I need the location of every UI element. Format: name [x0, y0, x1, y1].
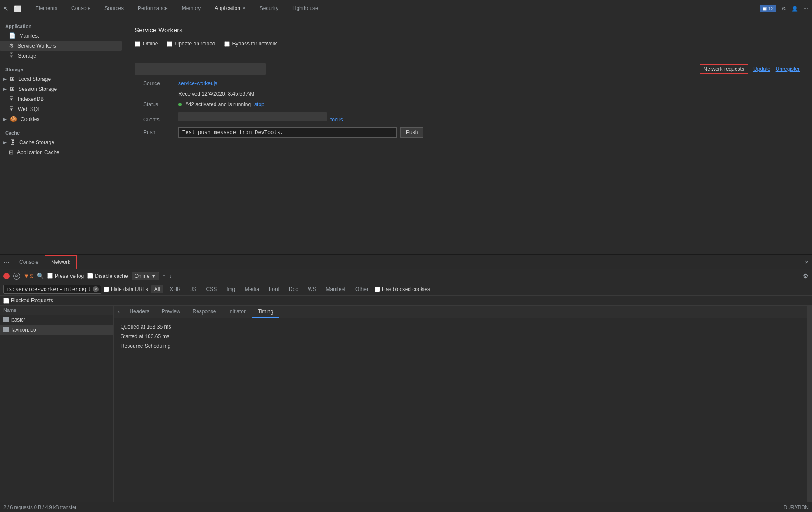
sidebar-item-cache-storage[interactable]: ▶ 🗄 Cache Storage	[0, 137, 122, 147]
tab-sources[interactable]: Sources	[97, 0, 131, 17]
focus-link[interactable]: focus	[330, 117, 343, 123]
app-cache-icon: ⊞	[9, 149, 14, 156]
sidebar-item-cookies[interactable]: ▶ 🍪 Cookies	[0, 114, 122, 124]
filter-xhr-button[interactable]: XHR	[166, 285, 184, 293]
clear-button[interactable]: ⊘	[13, 273, 20, 280]
sidebar-item-storage[interactable]: 🗄 Storage	[0, 51, 122, 61]
sidebar-item-indexeddb[interactable]: 🗄 IndexedDB	[0, 94, 122, 104]
more-options-icon[interactable]: ⋯	[803, 6, 809, 12]
service-workers-icon: ⚙	[9, 42, 14, 49]
search-icon[interactable]: 🔍	[37, 273, 44, 279]
panel-title: Service Workers	[135, 26, 800, 34]
sw-entry-header: Network requests Update Unregister	[135, 63, 800, 75]
sidebar-item-session-storage[interactable]: ▶ ⊞ Session Storage	[0, 84, 122, 94]
filter-img-button[interactable]: Img	[223, 285, 239, 293]
detail-tab-close-button[interactable]: ×	[114, 307, 123, 317]
stop-link[interactable]: stop	[254, 101, 264, 107]
update-on-reload-checkbox[interactable]	[167, 41, 172, 47]
tab-close-icon[interactable]: ×	[243, 6, 246, 10]
tab-lighthouse[interactable]: Lighthouse	[285, 0, 325, 17]
bottom-tab-console[interactable]: Console	[13, 255, 45, 269]
filter-doc-button[interactable]: Doc	[285, 285, 302, 293]
has-blocked-cookies-label[interactable]: Has blocked cookies	[375, 286, 430, 292]
sidebar-item-web-sql[interactable]: 🗄 Web SQL	[0, 104, 122, 114]
preserve-log-checkbox[interactable]	[47, 273, 53, 279]
update-on-reload-checkbox-label[interactable]: Update on reload	[167, 41, 215, 47]
update-button[interactable]: Update	[753, 66, 770, 72]
detail-tab-preview[interactable]: Preview	[156, 306, 187, 318]
network-row-basic[interactable]: basic/	[0, 315, 113, 325]
sidebar-item-local-storage[interactable]: ▶ ⊞ Local Storage	[0, 74, 122, 84]
sidebar-item-manifest[interactable]: 📄 Manifest	[0, 31, 122, 41]
detail-tab-timing[interactable]: Timing	[252, 306, 280, 318]
tab-elements[interactable]: Elements	[28, 0, 64, 17]
tab-performance[interactable]: Performance	[131, 0, 175, 17]
scrollbar-track[interactable]	[807, 306, 812, 502]
push-button[interactable]: Push	[400, 127, 423, 138]
network-row-favicon[interactable]: favicon.ico	[0, 325, 113, 335]
network-throttle-select[interactable]: Online ▼	[132, 272, 160, 280]
disable-cache-checkbox[interactable]	[87, 273, 93, 279]
sw-push-field: Push Push	[135, 127, 800, 138]
tab-application[interactable]: Application ×	[208, 0, 253, 17]
download-icon[interactable]: ↓	[169, 273, 172, 279]
push-row: Push	[178, 127, 423, 138]
has-blocked-cookies-checkbox[interactable]	[375, 287, 380, 292]
bottom-tab-network[interactable]: Network	[45, 255, 77, 269]
hide-data-urls-label[interactable]: Hide data URLs	[104, 286, 148, 292]
indexeddb-icon: 🗄	[9, 96, 14, 102]
offline-checkbox-label[interactable]: Offline	[135, 41, 158, 47]
close-bottom-panel-button[interactable]: ×	[805, 259, 809, 266]
filter-icon[interactable]: ▼⧖	[24, 273, 33, 280]
filter-input-text: is:service-worker-intercept	[6, 286, 91, 292]
tab-security[interactable]: Security	[253, 0, 285, 17]
sidebar-item-service-workers[interactable]: ⚙ Service Workers	[0, 41, 122, 51]
network-status-bar: 2 / 6 requests 0 B / 4.9 kB transfer DUR…	[0, 502, 812, 512]
arrow-icon: ▶	[3, 140, 7, 145]
blocked-requests-checkbox[interactable]	[3, 298, 9, 304]
tab-console[interactable]: Console	[64, 0, 97, 17]
duration-label: DURATION	[784, 505, 809, 510]
sidebar-item-app-cache[interactable]: ⊞ Application Cache	[0, 147, 122, 157]
filter-all-button[interactable]: All	[151, 285, 163, 293]
network-requests-button[interactable]: Network requests	[700, 64, 748, 74]
upload-icon[interactable]: ↑	[163, 273, 166, 279]
frame-badge[interactable]: ▣ 12	[760, 5, 776, 12]
bypass-network-checkbox-label[interactable]: Bypass for network	[224, 41, 277, 47]
network-list: Name basic/ favicon.ico	[0, 306, 114, 502]
sw-source-link[interactable]: service-worker.js	[178, 80, 217, 86]
filter-other-button[interactable]: Other	[352, 285, 372, 293]
bypass-network-checkbox[interactable]	[224, 41, 230, 47]
settings-icon[interactable]: ⚙	[781, 6, 786, 12]
detail-tab-response[interactable]: Response	[186, 306, 222, 318]
hide-data-urls-checkbox[interactable]	[104, 287, 109, 292]
filter-font-button[interactable]: Font	[265, 285, 283, 293]
detail-tab-initiator[interactable]: Initiator	[222, 306, 252, 318]
record-button[interactable]	[3, 273, 10, 279]
upper-panel: Application 📄 Manifest ⚙ Service Workers…	[0, 17, 812, 254]
network-settings-icon[interactable]: ⚙	[803, 273, 809, 280]
filter-ws-button[interactable]: WS	[304, 285, 319, 293]
detail-tab-headers[interactable]: Headers	[123, 306, 155, 318]
blocked-row: Blocked Requests	[0, 296, 812, 306]
filter-js-button[interactable]: JS	[187, 285, 200, 293]
blocked-requests-label[interactable]: Blocked Requests	[3, 298, 809, 304]
filter-bar: is:service-worker-intercept × Hide data …	[0, 283, 812, 296]
sidebar-section-application: Application	[0, 21, 122, 31]
cursor-icon[interactable]: ↖	[3, 5, 9, 12]
device-icon[interactable]: ⬜	[14, 5, 21, 12]
tab-memory[interactable]: Memory	[175, 0, 208, 17]
push-input[interactable]	[178, 127, 397, 138]
bottom-more-icon[interactable]: ⋯	[3, 259, 10, 266]
filter-manifest-button[interactable]: Manifest	[323, 285, 349, 293]
filter-css-button[interactable]: CSS	[203, 285, 221, 293]
profile-icon[interactable]: 👤	[791, 6, 798, 12]
disable-cache-label[interactable]: Disable cache	[87, 273, 128, 279]
status-dot	[178, 103, 182, 106]
filter-media-button[interactable]: Media	[241, 285, 263, 293]
offline-checkbox[interactable]	[135, 41, 140, 47]
main-area: Application 📄 Manifest ⚙ Service Workers…	[0, 17, 812, 512]
filter-clear-button[interactable]: ×	[93, 286, 99, 292]
preserve-log-label[interactable]: Preserve log	[47, 273, 84, 279]
unregister-button[interactable]: Unregister	[776, 66, 800, 72]
